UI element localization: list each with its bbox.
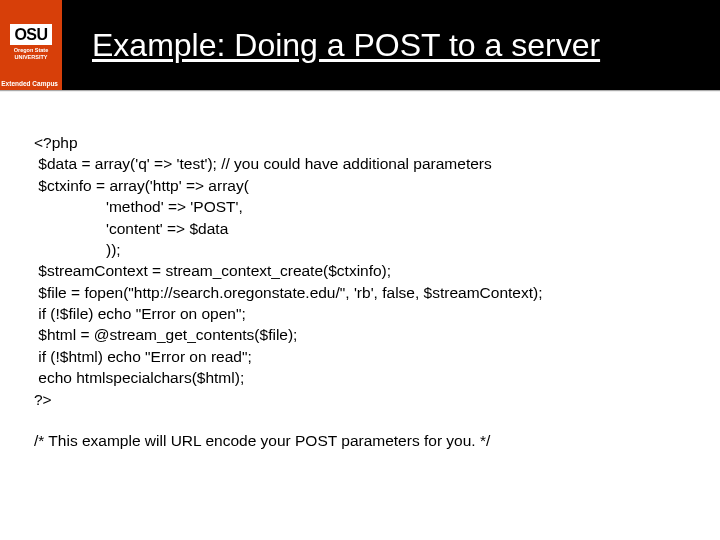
code-line: <?php [34, 132, 686, 153]
code-line: 'content' => $data [34, 218, 686, 239]
code-line: )); [34, 239, 686, 260]
code-line: echo htmlspecialchars($html); [34, 367, 686, 388]
logo-university: Oregon State UNIVERSITY [14, 47, 49, 59]
slide-body: <?php $data = array('q' => 'test'); // y… [0, 92, 720, 451]
logo-abbrev: OSU [10, 24, 51, 45]
code-line: $file = fopen("http://search.oregonstate… [34, 282, 686, 303]
code-line: 'method' => 'POST', [34, 196, 686, 217]
code-line: ?> [34, 389, 686, 410]
code-line: $data = array('q' => 'test'); // you cou… [34, 153, 686, 174]
osu-logo: OSU Oregon State UNIVERSITY Extended Cam… [0, 0, 62, 90]
slide-title: Example: Doing a POST to a server [92, 27, 600, 64]
code-line: if (!$html) echo "Error on read"; [34, 346, 686, 367]
logo-campus: Extended Campus [1, 80, 58, 87]
code-comment: /* This example will URL encode your POS… [34, 430, 686, 451]
code-line: $ctxinfo = array('http' => array( [34, 175, 686, 196]
slide-header: OSU Oregon State UNIVERSITY Extended Cam… [0, 0, 720, 90]
code-line: $streamContext = stream_context_create($… [34, 260, 686, 281]
code-line: if (!$file) echo "Error on open"; [34, 303, 686, 324]
code-line: $html = @stream_get_contents($file); [34, 324, 686, 345]
